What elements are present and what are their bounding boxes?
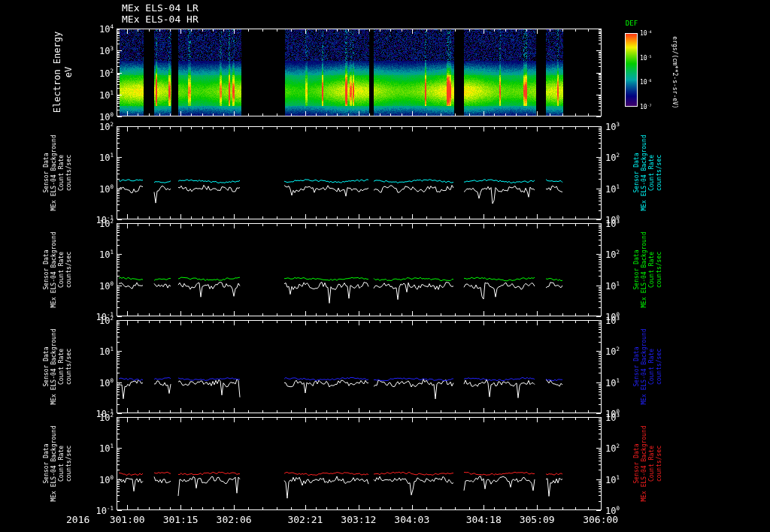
line-panel-left-y-tick-label: 101 <box>99 346 114 357</box>
x-tick-label: 305:09 <box>520 514 555 525</box>
line-panel-right-y-tick-label: 101 <box>605 473 620 485</box>
line-panel-left-y-tick-label: 102 <box>99 218 114 229</box>
line-panel-right-axis-label: Sensor DataMEx ELS-04 BackgroundCount Ra… <box>633 417 663 510</box>
line-panel-right-y-tick-label: 103 <box>605 218 620 229</box>
x-tick-label: 306:00 <box>583 514 618 525</box>
line-panel-right-y-tick-label: 102 <box>605 443 620 454</box>
x-axis-year-label: 2016 <box>66 514 89 525</box>
line-panel-right-axis-label: Sensor DataMEx ELS-04 BackgroundCount Ra… <box>633 126 663 219</box>
line-panel-right-y-tick-label: 102 <box>605 152 620 163</box>
mex-els-time-series-plot: MEx ELS-04 LR MEx ELS-04 HR Electron Ene… <box>0 0 770 532</box>
line-panel-right-y-tick-label: 102 <box>605 346 620 357</box>
line-panel-right-y-tick-label: 101 <box>605 183 620 194</box>
line-panel-left-axis-label: Sensor DataMEx ELS-04 BackgroundCount Ra… <box>43 417 73 510</box>
line-panel-left-y-tick-label: 101 <box>99 152 114 163</box>
spectrogram-y-axis-label: Electron Energy eV <box>52 16 74 128</box>
line-panel-left-y-tick-label: 102 <box>99 315 114 326</box>
line-panel-left-axis-label: Sensor DataMEx ELS-04 BackgroundCount Ra… <box>43 320 73 413</box>
line-panel-left-axis-label: Sensor DataMEx ELS-04 BackgroundCount Ra… <box>43 223 73 316</box>
line-panel-left-y-tick-label: 100 <box>99 376 114 388</box>
line-panel-right-y-tick-label: 103 <box>605 121 620 132</box>
line-panel-left-y-tick-label: 101 <box>99 249 114 260</box>
x-tick-label: 301:15 <box>163 514 199 525</box>
line-panel-left-y-tick-label: 100 <box>99 183 114 194</box>
colorbar-tick-label: 10-7 <box>640 103 652 111</box>
line-panel-left-y-tick-label: 101 <box>99 443 114 454</box>
line-panel-left-y-tick-label: 102 <box>99 412 114 423</box>
spectrogram-y-axis-label-line2: eV <box>63 16 74 128</box>
line-panel-right-y-tick-label: 102 <box>605 249 620 260</box>
x-tick-label: 304:03 <box>394 514 429 525</box>
spectrogram-y-tick-label: 102 <box>99 67 114 78</box>
colorbar-title: DEF <box>617 20 647 27</box>
line-panel-left-axis-label: Sensor DataMEx ELS-04 BackgroundCount Ra… <box>43 126 73 219</box>
x-tick-label: 304:18 <box>466 514 502 525</box>
x-tick-label: 302:21 <box>287 514 323 525</box>
colorbar-tick-label: 10-4 <box>640 29 652 38</box>
spectrogram-y-axis-label-line1: Electron Energy <box>52 16 63 128</box>
line-panel-right-y-tick-label: 101 <box>605 376 620 388</box>
colorbar-tick-label: 10-6 <box>640 78 652 86</box>
plot-title-lr: MEx ELS-04 LR <box>122 2 199 14</box>
line-panel-right-axis-label: Sensor DataMEx ELS-04 BackgroundCount Ra… <box>633 223 663 316</box>
line-panel-left-y-tick-label: 100 <box>99 280 114 291</box>
colorbar-units-label: ergs/(cm**2-s-sr-eV) <box>671 23 678 123</box>
colorbar-tick-label: 10-5 <box>640 53 652 62</box>
spectrogram-y-tick-label: 101 <box>99 89 114 100</box>
x-tick-label: 303:12 <box>341 514 376 525</box>
line-panel-right-y-tick-label: 101 <box>605 280 620 291</box>
spectrogram-y-tick-label: 104 <box>99 23 114 35</box>
line-panel-right-y-tick-label: 103 <box>605 412 620 423</box>
x-tick-label: 301:00 <box>110 514 145 525</box>
line-panel-right-axis-label: Sensor DataMEx ELS-04 BackgroundCount Ra… <box>633 320 663 413</box>
plot-title-hr: MEx ELS-04 HR <box>122 14 199 25</box>
line-panel-left-y-tick-label: 100 <box>99 473 114 485</box>
x-tick-label: 302:06 <box>217 514 252 525</box>
spectrogram-y-tick-label: 103 <box>99 45 114 56</box>
line-panel-left-y-tick-label: 102 <box>99 121 114 132</box>
line-panel-right-y-tick-label: 103 <box>605 315 620 326</box>
